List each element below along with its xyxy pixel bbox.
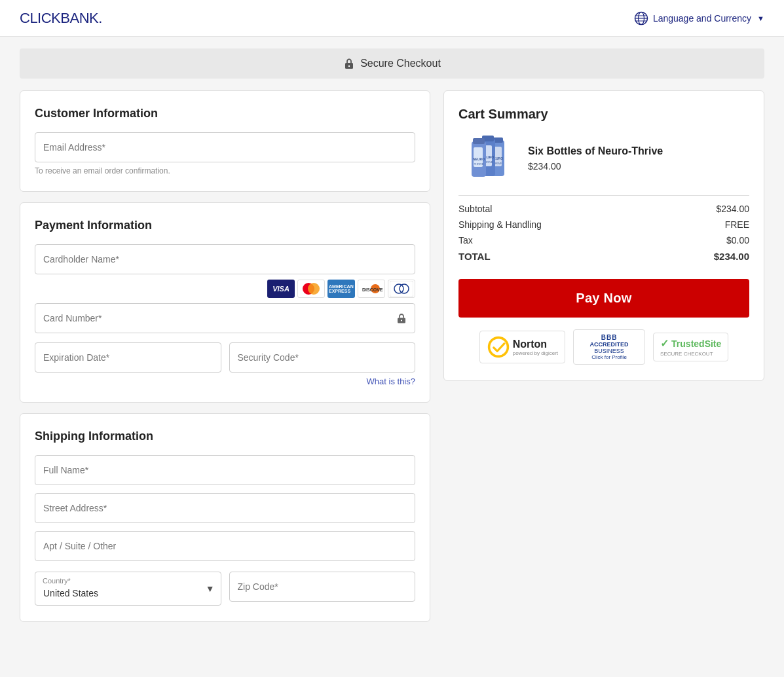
svg-point-16 [401,320,402,321]
left-column: Customer Information To receive an email… [20,90,430,622]
shipping-label: Shipping & Handling [458,219,542,230]
tax-row: Tax $0.00 [458,235,749,246]
country-label: Country* [43,577,71,585]
email-field[interactable] [35,132,415,162]
what-is-this-link[interactable]: What is this? [35,376,415,386]
trusted-name: TrustedSite [671,338,721,349]
bbb-business-label: BUSINESS [594,348,624,354]
bbb-seal: BBB [601,334,618,341]
svg-text:NEURO: NEURO [473,157,485,161]
logo: CLICKBANK. [20,10,102,27]
amex-icon: AMERICAN EXPRESS [327,280,355,298]
cart-product-row: NEURO THRIVE NEURO THRIVE NEURO THRI [458,132,749,185]
dropdown-arrow-icon: ▼ [757,14,764,22]
street-address-field[interactable] [35,493,415,523]
card-icons-row: VISA AMERICAN EXPRESS DISCOVER [35,280,415,298]
card-number-field[interactable] [35,303,415,333]
apt-suite-field[interactable] [35,531,415,561]
secure-checkout-banner: Secure Checkout [20,48,764,79]
country-select-wrap: Country* United States ▼ [35,572,221,606]
trustedsite-badge: ✓ TrustedSite SECURE CHECKOUT [653,333,728,361]
full-name-field[interactable] [35,455,415,485]
bbb-click-label: Click for Profile [591,354,627,360]
secure-checkout-label: Secure Checkout [360,58,441,69]
shipping-info-title: Shipping Information [35,430,415,443]
total-value: $234.00 [714,251,749,262]
lang-currency-label: Language and Currency [653,13,751,24]
product-name: Six Bottles of Neuro-Thrive [528,145,663,157]
tax-label: Tax [458,235,473,246]
trusted-check-icon: ✓ [660,337,669,350]
header: CLICKBANK. Language and Currency ▼ [0,0,784,37]
expiry-security-row [35,342,415,373]
globe-icon [634,11,648,26]
cart-summary-title: Cart Summary [458,107,749,122]
country-zip-row: Country* United States ▼ [35,572,415,606]
norton-check-icon [487,335,510,359]
svg-point-33 [490,338,506,355]
logo-text: CLICK [20,10,60,26]
svg-point-6 [348,65,350,67]
payment-info-title: Payment Information [35,219,415,232]
shipping-value: FREE [725,219,749,230]
product-price: $234.00 [528,161,663,172]
shipping-info-section: Shipping Information Country* United Sta… [20,413,430,622]
product-info: Six Bottles of Neuro-Thrive $234.00 [528,145,663,172]
svg-rect-12 [390,281,413,297]
svg-text:THRIVE: THRIVE [474,162,484,166]
card-number-wrap [35,303,415,336]
cart-divider [458,195,749,196]
svg-rect-28 [473,138,485,144]
subtotal-value: $234.00 [716,204,749,214]
trusted-check-row: ✓ TrustedSite [660,337,721,350]
logo-text2: BANK. [60,10,102,26]
subtotal-row: Subtotal $234.00 [458,204,749,214]
trusted-sub: SECURE CHECKOUT [660,351,713,357]
pay-now-button[interactable]: Pay Now [458,279,749,318]
svg-point-8 [308,283,320,295]
lock-icon [343,58,355,69]
email-hint: To receive an email order confirmation. [35,166,415,175]
main-content: Customer Information To receive an email… [0,90,784,642]
cardholder-name-field[interactable] [35,244,415,274]
diners-icon [388,280,415,298]
language-currency-button[interactable]: Language and Currency ▼ [634,11,764,26]
visa-icon: VISA [267,280,295,298]
zip-input-wrap [229,572,416,606]
norton-sub: powered by digicert [513,350,558,356]
subtotal-label: Subtotal [458,204,492,214]
customer-info-title: Customer Information [35,107,415,120]
total-row: TOTAL $234.00 [458,251,749,262]
payment-info-section: Payment Information VISA AMERICAN EXPRES… [20,202,430,403]
product-image: NEURO THRIVE NEURO THRIVE NEURO THRI [458,132,517,185]
norton-text: Norton powered by digicert [513,338,558,356]
customer-info-section: Customer Information To receive an email… [20,90,430,192]
shipping-row: Shipping & Handling FREE [458,219,749,230]
right-column: Cart Summary NEURO THRIVE [443,90,764,622]
total-label: TOTAL [458,251,491,262]
norton-badge: Norton powered by digicert [479,331,565,363]
card-lock-icon [396,313,407,327]
zip-code-field[interactable] [229,572,416,602]
bbb-badge: BBB ACCREDITED BUSINESS Click for Profil… [573,329,645,365]
bbb-accredited-label: ACCREDITED [590,341,629,348]
norton-name: Norton [513,338,558,350]
discover-icon: DISCOVER [358,280,385,298]
cart-summary-section: Cart Summary NEURO THRIVE [443,90,764,381]
trust-badges: Norton powered by digicert BBB ACCREDITE… [458,329,749,365]
expiry-field[interactable] [35,342,221,373]
mastercard-icon [297,280,325,298]
tax-value: $0.00 [726,235,749,246]
security-code-field[interactable] [229,342,416,373]
svg-text:DISCOVER: DISCOVER [362,287,383,292]
